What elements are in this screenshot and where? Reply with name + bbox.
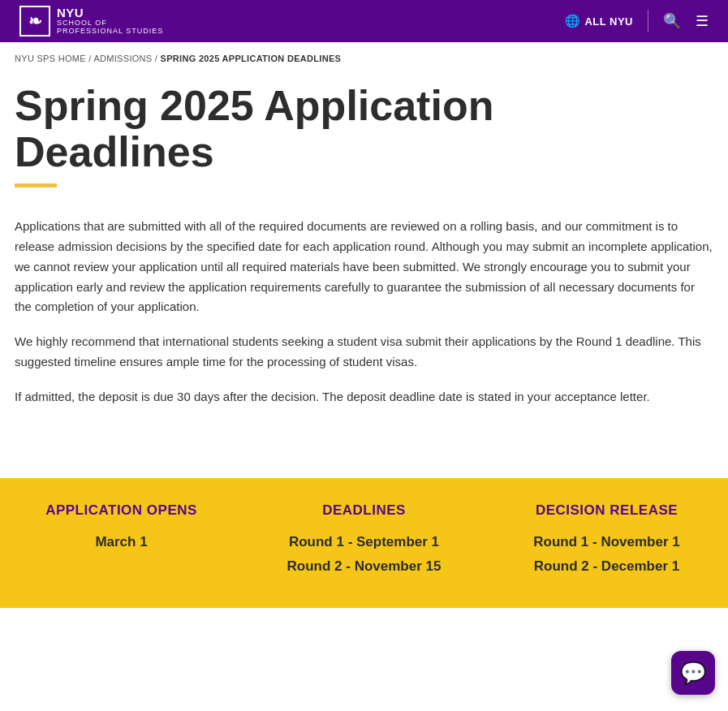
col1-header: APPLICATION OPENS [0, 502, 243, 530]
all-nyu-button[interactable]: 🌐 ALL NYU [565, 14, 633, 28]
page-title: Spring 2025 Application Deadlines [15, 83, 713, 175]
col3-row2: Round 2 - December 1 [485, 554, 728, 579]
col1: APPLICATION OPENS March 1 [0, 502, 243, 579]
all-nyu-label: ALL NYU [584, 15, 633, 28]
breadcrumb-home[interactable]: NYU SPS HOME [15, 54, 86, 63]
nyu-torch-icon: ❧ [28, 11, 42, 31]
main-content: Spring 2025 Application Deadlines Applic… [0, 75, 728, 454]
breadcrumb-sep2: / [155, 54, 161, 63]
page-title-line2: Deadlines [15, 128, 214, 175]
header-divider [648, 10, 648, 32]
nyu-name-label: NYU [57, 6, 163, 20]
breadcrumb-admissions[interactable]: ADMISSIONS [93, 54, 152, 63]
title-underline [15, 183, 57, 187]
header-right: 🌐 ALL NYU 🔍 ☰ [565, 10, 709, 32]
col3: DECISION RELEASE Round 1 - November 1 Ro… [485, 502, 728, 579]
deadlines-grid: APPLICATION OPENS March 1 DEADLINES Roun… [0, 502, 728, 579]
col2-header: DEADLINES [243, 502, 485, 530]
col2: DEADLINES Round 1 - September 1 Round 2 … [243, 502, 485, 579]
col3-row1: Round 1 - November 1 [485, 530, 728, 554]
paragraph2: We highly recommend that international s… [15, 332, 713, 373]
col2-row2: Round 2 - November 15 [243, 554, 485, 579]
nyu-logo-box: ❧ [19, 6, 50, 37]
nyu-text-block: NYU SCHOOL OF PROFESSIONAL STUDIES [57, 6, 163, 36]
site-header: ❧ NYU SCHOOL OF PROFESSIONAL STUDIES 🌐 A… [0, 0, 728, 42]
paragraph3: If admitted, the deposit is due 30 days … [15, 387, 713, 407]
paragraph1: Applications that are submitted with all… [15, 217, 713, 317]
col1-row1: March 1 [0, 530, 243, 554]
breadcrumb-current: SPRING 2025 APPLICATION DEADLINES [161, 54, 342, 63]
nyu-logo[interactable]: ❧ NYU SCHOOL OF PROFESSIONAL STUDIES [19, 6, 163, 37]
deadlines-table-section: APPLICATION OPENS March 1 DEADLINES Roun… [0, 478, 728, 608]
menu-icon[interactable]: ☰ [696, 12, 709, 30]
search-icon[interactable]: 🔍 [663, 12, 681, 30]
col2-row1: Round 1 - September 1 [243, 530, 485, 554]
globe-icon: 🌐 [565, 14, 581, 28]
nyu-school-line2: PROFESSIONAL STUDIES [57, 28, 163, 36]
breadcrumb: NYU SPS HOME / ADMISSIONS / SPRING 2025 … [0, 42, 728, 75]
col3-header: DECISION RELEASE [485, 502, 728, 530]
logo-area: ❧ NYU SCHOOL OF PROFESSIONAL STUDIES [19, 6, 163, 37]
page-title-line1: Spring 2025 Application [15, 82, 493, 129]
